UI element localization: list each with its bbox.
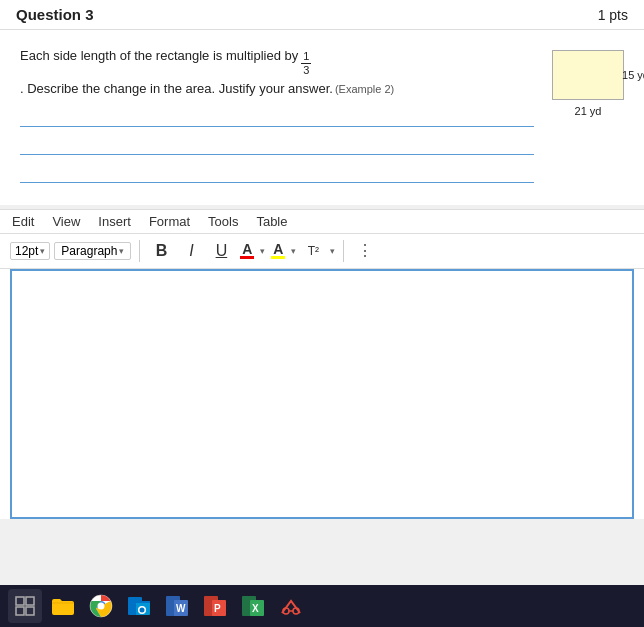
font-size-chevron: ▾ (40, 246, 45, 256)
font-color-bar (240, 256, 254, 259)
svg-rect-2 (16, 607, 24, 615)
problem-sentence: Each side length of the rectangle is mul… (20, 46, 534, 99)
rectangle-shape: 15 yd (552, 50, 624, 100)
rectangle-figure: 15 yd 21 yd (552, 50, 624, 120)
taskbar-outlook-icon[interactable] (122, 589, 156, 623)
sentence-before: Each side length of the rectangle is mul… (20, 46, 298, 66)
svg-point-11 (140, 608, 145, 613)
sentence-after: . Describe the change in the area. Justi… (20, 79, 333, 99)
rect-container: 15 yd (552, 50, 624, 100)
menu-bar: Edit View Insert Format Tools Table (0, 209, 644, 234)
question-points: 1 pts (598, 7, 628, 23)
menu-tools[interactable]: Tools (208, 214, 238, 229)
menu-view[interactable]: View (52, 214, 80, 229)
toolbar-separator-1 (139, 240, 140, 262)
example-reference: (Example 2) (335, 81, 394, 98)
answer-line-1 (20, 111, 534, 127)
superscript-chevron[interactable]: ▾ (330, 246, 335, 256)
font-size-value: 12pt (15, 244, 38, 258)
problem-left: Each side length of the rectangle is mul… (20, 46, 534, 195)
answer-line-3 (20, 167, 534, 183)
rect-bottom-label: 21 yd (575, 103, 602, 120)
superscript-button[interactable]: T² (300, 238, 326, 264)
font-size-selector[interactable]: 12pt ▾ (10, 242, 50, 260)
svg-text:X: X (252, 603, 259, 614)
svg-rect-3 (26, 607, 34, 615)
more-options-button[interactable]: ⋮ (352, 238, 378, 264)
rect-right-label: 15 yd (622, 67, 644, 84)
font-color-button[interactable]: A (238, 241, 256, 260)
highlight-button[interactable]: A (269, 241, 287, 260)
italic-button[interactable]: I (178, 238, 204, 264)
bold-button[interactable]: B (148, 238, 174, 264)
taskbar-snip-icon[interactable] (8, 589, 42, 623)
highlight-chevron[interactable]: ▾ (291, 246, 296, 256)
bold-icon: B (156, 242, 168, 260)
menu-edit[interactable]: Edit (12, 214, 34, 229)
paragraph-style-value: Paragraph (61, 244, 117, 258)
taskbar-powerpoint-icon[interactable]: P (198, 589, 232, 623)
taskbar-folder-icon[interactable] (46, 589, 80, 623)
question-bar: Question 3 1 pts (0, 0, 644, 30)
highlight-icon: A (273, 242, 283, 256)
editor-wrapper: Edit View Insert Format Tools Table 12pt… (0, 209, 644, 519)
fraction: 1 3 (301, 50, 311, 77)
fraction-numerator: 1 (301, 50, 311, 64)
more-options-icon: ⋮ (357, 241, 373, 260)
menu-insert[interactable]: Insert (98, 214, 131, 229)
fraction-denominator: 3 (301, 64, 311, 77)
svg-text:W: W (176, 603, 186, 614)
content-area: Each side length of the rectangle is mul… (0, 30, 644, 205)
svg-rect-1 (26, 597, 34, 605)
font-color-chevron[interactable]: ▾ (260, 246, 265, 256)
highlight-color-bar (271, 256, 285, 259)
superscript-icon: T² (308, 244, 319, 258)
taskbar-word-icon[interactable]: W (160, 589, 194, 623)
menu-table[interactable]: Table (256, 214, 287, 229)
svg-text:P: P (214, 603, 221, 614)
formatting-toolbar: 12pt ▾ Paragraph ▾ B I U A ▾ A ▾ T² ▾ (0, 234, 644, 269)
problem-text: Each side length of the rectangle is mul… (20, 46, 624, 195)
italic-icon: I (189, 242, 193, 260)
taskbar-chrome-icon[interactable] (84, 589, 118, 623)
menu-format[interactable]: Format (149, 214, 190, 229)
taskbar-snipping-icon[interactable] (274, 589, 308, 623)
taskbar: W P X (0, 585, 644, 627)
answer-lines (20, 111, 534, 183)
svg-rect-0 (16, 597, 24, 605)
svg-point-6 (98, 603, 105, 610)
text-edit-area[interactable] (10, 269, 634, 519)
question-title: Question 3 (16, 6, 94, 23)
toolbar-separator-2 (343, 240, 344, 262)
paragraph-style-selector[interactable]: Paragraph ▾ (54, 242, 131, 260)
font-color-icon: A (242, 242, 252, 256)
underline-icon: U (216, 242, 228, 260)
underline-button[interactable]: U (208, 238, 234, 264)
paragraph-chevron: ▾ (119, 246, 124, 256)
svg-rect-9 (136, 601, 150, 603)
taskbar-excel-icon[interactable]: X (236, 589, 270, 623)
answer-line-2 (20, 139, 534, 155)
